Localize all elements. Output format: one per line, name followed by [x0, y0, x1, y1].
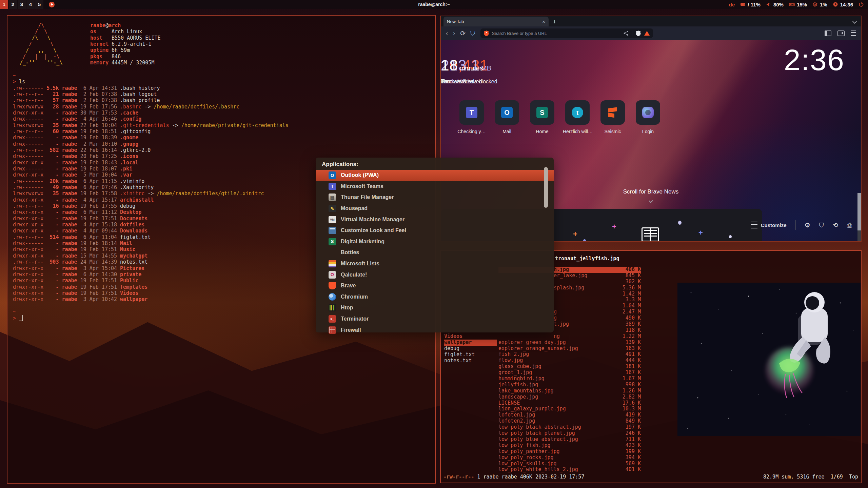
- sidebar-toggle-icon[interactable]: [825, 30, 831, 36]
- top-site-tile[interactable]: Seismic: [598, 100, 627, 134]
- top-site-tile[interactable]: O Mail: [492, 100, 521, 134]
- top-site-tile[interactable]: S Home: [528, 100, 557, 134]
- brave-shields-icon[interactable]: [636, 30, 641, 36]
- ranger-file-row[interactable]: explorer_green_day.jpg139 K: [498, 340, 641, 346]
- back-icon[interactable]: ‹: [446, 29, 448, 37]
- customize-icon: [329, 227, 336, 234]
- tab-new-tab[interactable]: New Tab×: [443, 17, 549, 26]
- ranger-file-row[interactable]: jellyfish.jpg998 K: [498, 382, 641, 388]
- top-site-tile[interactable]: Login: [633, 100, 663, 134]
- ranger-disk-summary: 82.9M sum, 531G free 1/69 Top: [763, 474, 858, 480]
- virtual-machine-icon: VM: [329, 216, 336, 223]
- reload-icon[interactable]: ⟳: [460, 29, 466, 37]
- screen-capture-icon[interactable]: ⎙: [847, 221, 852, 229]
- launcher-item[interactable]: VM Virtual Machine Manager: [316, 214, 554, 225]
- launcher-item-label: Outlook (PWA): [341, 172, 379, 178]
- wallet-icon[interactable]: [837, 30, 845, 36]
- image-preview-astronaut-jellyfish: [677, 283, 861, 436]
- ranger-file-row[interactable]: lion_galaxy_purple.jpg10.3 M: [498, 406, 641, 412]
- top-site-tile[interactable]: T Checking y…: [457, 100, 486, 134]
- share-icon[interactable]: [623, 30, 629, 36]
- customize-button[interactable]: Customize: [751, 222, 787, 228]
- launcher-item[interactable]: Bottles: [316, 247, 554, 258]
- power-icon[interactable]: [859, 2, 864, 7]
- ranger-file-row[interactable]: groot_1.jpg167 K: [498, 370, 641, 376]
- ranger-file-row[interactable]: low_poly_skulls.jpg569 K: [498, 461, 641, 467]
- launcher-item[interactable]: O Outlook (PWA): [316, 170, 554, 181]
- ranger-file-row[interactable]: low_poly_black_abstract.jpg197 K: [498, 424, 641, 430]
- launcher-item[interactable]: >_ Terminator: [316, 313, 554, 325]
- ranger-file-row[interactable]: LICENSE17.6 K: [498, 400, 641, 406]
- ntp-clock: 2:36: [784, 43, 845, 77]
- app-launcher[interactable]: Applications: O Outlook (PWA) T Microsof…: [316, 158, 554, 332]
- ranger-file-row[interactable]: low_poly_panther.jpg199 K: [498, 449, 641, 455]
- launcher-item-label: Virtual Machine Manager: [341, 217, 405, 223]
- ls-row: .rw-r--r--21 raabe 2 Feb 07:38 .bash_log…: [13, 91, 430, 97]
- launcher-item[interactable]: Customize Look and Feel: [316, 225, 554, 236]
- ranger-sidebar-item[interactable]: notes.txt: [443, 358, 497, 364]
- workspace-button[interactable]: 1: [0, 0, 8, 9]
- launcher-item-label: Microsoft Lists: [341, 261, 379, 267]
- tumblr-icon: t: [572, 107, 583, 118]
- ranger-file-row[interactable]: explorer_orange_sunset.jpg163 K: [498, 346, 641, 352]
- ranger-file-row[interactable]: lofoten1.jpg419 K: [498, 412, 641, 418]
- ranger-sidebar-item[interactable]: debug: [443, 346, 497, 352]
- launcher-item[interactable]: Brave: [316, 280, 554, 291]
- launcher-item[interactable]: S Digital Marketing: [316, 236, 554, 247]
- workspace-button[interactable]: 4: [26, 0, 35, 9]
- ranger-file-row[interactable]: low_poly_fish.jpg423 K: [498, 443, 641, 449]
- workspace-button[interactable]: 2: [9, 0, 17, 9]
- launcher-item[interactable]: Firewall: [316, 324, 554, 336]
- ranger-sidebar-item[interactable]: figlet.txt: [443, 352, 497, 358]
- settings-gear-icon[interactable]: ⚙: [805, 221, 810, 229]
- url-bar[interactable]: Search Brave or type a URL: [480, 28, 653, 38]
- history-icon[interactable]: ⟲: [833, 221, 838, 229]
- play-icon[interactable]: [49, 2, 55, 7]
- keyboard-layout-indicator[interactable]: de: [729, 2, 735, 7]
- workspace-button[interactable]: 5: [35, 0, 43, 9]
- sparkle-icon: +: [698, 228, 703, 237]
- launcher-title: Applications:: [322, 161, 358, 168]
- browser-scrollbar-thumb[interactable]: [857, 193, 861, 230]
- bookmarks-icon[interactable]: ⛉: [819, 221, 824, 229]
- top-site-tile[interactable]: t Herzlich will…: [563, 100, 592, 134]
- workspace-button[interactable]: 3: [18, 0, 26, 9]
- brave-rewards-icon[interactable]: [644, 31, 650, 36]
- menu-icon[interactable]: [851, 30, 856, 36]
- launcher-item-label: Brave: [341, 283, 356, 289]
- qalculate-icon: Ω: [329, 271, 336, 279]
- launcher-item[interactable]: ✎ Mousepad: [316, 203, 554, 214]
- ranger-file-row[interactable]: landscape.jpg2.82 M: [498, 394, 641, 400]
- ranger-file-row[interactable]: fish_2.jpg491 K: [498, 351, 641, 358]
- ranger-file-row[interactable]: low_poly_black_planet.jpg246 K: [498, 430, 641, 436]
- new-tab-button[interactable]: +: [553, 18, 556, 26]
- top-site-label: Checking y…: [457, 129, 486, 134]
- ranger-file-row[interactable]: lake_mountains.jpg1.26 M: [498, 388, 641, 394]
- launcher-item[interactable]: ▤ Thunar File Manager: [316, 192, 554, 203]
- chevron-down-icon[interactable]: [649, 199, 653, 203]
- ranger-file-row[interactable]: low_poly_blue_abstract.jpg711 K: [498, 436, 641, 443]
- neofetch-output: /\ / \ /\ \ / \ / ,, \ / | | -\/_-'' ''-…: [13, 22, 430, 66]
- tab-close-icon[interactable]: ×: [542, 19, 545, 24]
- ranger-file-row[interactable]: low_poly_white_hills_2.jpg401 K: [498, 467, 641, 473]
- volume-icon[interactable]: [766, 2, 771, 7]
- ranger-file-row[interactable]: flow.jpg444 K: [498, 358, 641, 364]
- launcher-item[interactable]: Htop: [316, 302, 554, 313]
- launcher-scrollbar[interactable]: [544, 167, 548, 208]
- launcher-item[interactable]: T Microsoft Teams: [316, 181, 554, 192]
- launcher-item[interactable]: Ω Qalculate!: [316, 269, 554, 280]
- launcher-item[interactable]: Chromium: [316, 291, 554, 303]
- bookmark-icon[interactable]: ⛉: [470, 29, 475, 37]
- ranger-sidebar-item[interactable]: wallpaper: [443, 340, 497, 346]
- ranger-parent-column: Videoswallpaperdebugfiglet.txtnotes.txt: [443, 333, 497, 364]
- forward-icon[interactable]: ›: [453, 29, 456, 37]
- tab-search-chevron-icon[interactable]: [852, 19, 857, 24]
- ranger-file-row[interactable]: low_poly_rocks.jpg394 K: [498, 455, 641, 461]
- ranger-file-row[interactable]: lofoten2.jpg849 K: [498, 418, 641, 424]
- brave-icon: [329, 282, 336, 289]
- ls-row: lrwxrwxrwx28 raabe 19 Feb 17:56 .bashrc …: [13, 104, 430, 110]
- ranger-file-row[interactable]: glass_cube.jpg181 K: [498, 364, 641, 370]
- ranger-file-row[interactable]: hummingbird.jpg1.67 M: [498, 376, 641, 382]
- shield-stat: 18minutes Time saved: [441, 57, 483, 85]
- launcher-item[interactable]: Microsoft Lists: [316, 258, 554, 269]
